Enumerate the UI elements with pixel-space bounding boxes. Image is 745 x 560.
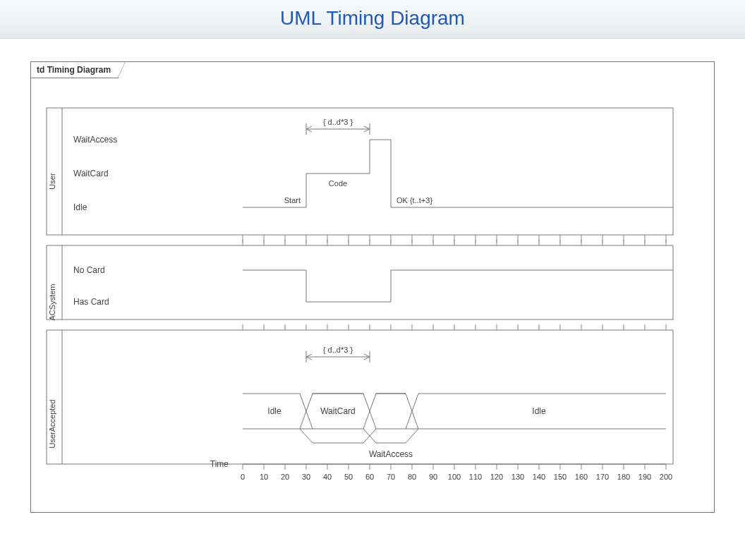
diagram-canvas: td Timing Diagram WaitAccessWaitCardIdle…: [30, 61, 715, 513]
value-label: Idle: [532, 406, 546, 416]
user-constraint: { d..d*3 }: [323, 118, 353, 126]
time-tick-label: 180: [617, 473, 630, 481]
transition-label: Code: [329, 179, 347, 188]
frame-label: td Timing Diagram: [30, 61, 119, 78]
transition-label: Start: [284, 196, 301, 205]
svg-line-102: [406, 429, 418, 443]
useraccepted-constraint: { d..d*3 }: [323, 346, 353, 354]
time-tick-label: 10: [260, 473, 268, 481]
user-state-label: WaitCard: [73, 169, 109, 178]
useraccepted-name: UserAccepted: [48, 399, 56, 448]
user-state-label: WaitAccess: [73, 135, 117, 145]
value-label: WaitAccess: [369, 449, 413, 459]
user-state-label: Idle: [73, 202, 87, 212]
time-tick-label: 120: [490, 473, 503, 481]
time-tick-label: 130: [511, 473, 524, 481]
acsystem-name: ACSystem: [48, 284, 56, 321]
acsystem-waveform: [243, 270, 673, 302]
useraccepted-box: [47, 330, 673, 464]
time-tick-label: 70: [387, 473, 395, 481]
value-label: WaitCard: [320, 406, 356, 416]
time-tick-label: 190: [638, 473, 651, 481]
user-box: [47, 108, 673, 235]
timing-frame: td Timing Diagram WaitAccessWaitCardIdle…: [30, 61, 715, 513]
time-tick-label: 160: [575, 473, 588, 481]
time-tick-label: 0: [241, 473, 245, 481]
time-tick-label: 90: [429, 473, 437, 481]
time-tick-label: 80: [408, 473, 416, 481]
time-tick-label: 50: [344, 473, 353, 481]
value-label: Idle: [267, 406, 281, 416]
user-name: User: [48, 173, 56, 190]
timing-svg: WaitAccessWaitCardIdleUser{ d..d*3 }Star…: [31, 62, 714, 512]
time-tick-label: 150: [554, 473, 567, 481]
time-tick-label: 110: [469, 473, 482, 481]
user-waveform: [243, 140, 673, 207]
time-tick-label: 140: [533, 473, 545, 481]
acsystem-state-label: No Card: [73, 265, 105, 275]
time-tick-label: 30: [302, 473, 310, 481]
time-tick-label: 40: [323, 473, 332, 481]
svg-line-94: [300, 429, 313, 443]
acsystem-box: [47, 245, 673, 319]
time-tick-label: 60: [365, 473, 374, 481]
time-tick-label: 20: [281, 473, 289, 481]
time-axis-label: Time: [210, 459, 229, 469]
transition-label: OK {t..t+3}: [396, 196, 432, 205]
acsystem-state-label: Has Card: [73, 297, 109, 307]
time-tick-label: 170: [596, 473, 609, 481]
page-title: UML Timing Diagram: [0, 7, 745, 30]
page-header: UML Timing Diagram: [0, 0, 745, 39]
time-tick-label: 100: [448, 473, 461, 481]
time-tick-label: 200: [660, 473, 672, 481]
